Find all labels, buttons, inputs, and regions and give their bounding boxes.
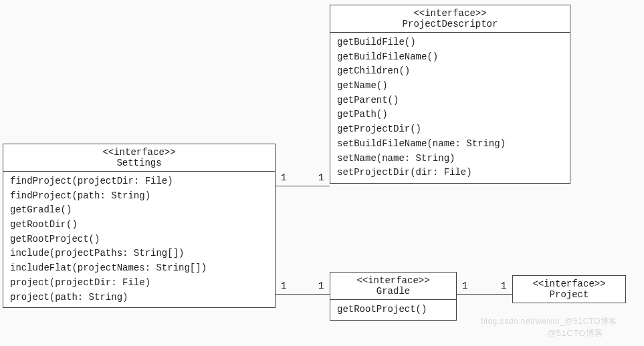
- multiplicity-label: 1: [462, 281, 467, 291]
- class-name-label: Settings: [10, 158, 268, 168]
- class-pd-title: <<interface>> ProjectDescriptor: [330, 5, 570, 33]
- stereotype-label: <<interface>>: [337, 275, 449, 286]
- method-item: getRootDir(): [10, 218, 268, 232]
- method-item: setBuildFileName(name: String): [337, 137, 563, 152]
- watermark-text: blog.csdn.net/weixin_@51CTO博客: [481, 316, 617, 327]
- method-item: getParent(): [337, 94, 563, 108]
- class-name-label: Gradle: [337, 286, 449, 297]
- class-name-label: Project: [520, 289, 619, 300]
- multiplicity-label: 1: [281, 172, 286, 183]
- assoc-settings-pd: [276, 186, 330, 186]
- class-gradle-title: <<interface>> Gradle: [330, 273, 456, 300]
- method-item: getProjectDir(): [337, 122, 563, 137]
- multiplicity-label: 1: [318, 281, 324, 291]
- class-project-title: <<interface>> Project: [513, 276, 625, 303]
- class-gradle-body: getRootProject(): [330, 300, 456, 320]
- method-item: include(projectPaths: String[]): [10, 246, 268, 261]
- method-item: getBuildFileName(): [337, 50, 563, 65]
- method-item: includeFlat(projectNames: String[]): [10, 261, 268, 276]
- class-settings-title: <<interface>> Settings: [3, 144, 275, 172]
- method-item: getPath(): [337, 108, 563, 122]
- multiplicity-label: 1: [281, 281, 286, 291]
- method-item: project(path: String): [10, 291, 268, 305]
- multiplicity-label: 1: [318, 172, 324, 183]
- method-item: setProjectDir(dir: File): [337, 166, 563, 180]
- stereotype-label: <<interface>>: [520, 279, 619, 289]
- assoc-settings-gradle: [276, 294, 330, 295]
- class-name-label: ProjectDescriptor: [337, 19, 563, 29]
- watermark-text: @51CTO博客: [547, 327, 604, 339]
- stereotype-label: <<interface>>: [337, 8, 563, 19]
- class-gradle: <<interface>> Gradle getRootProject(): [330, 272, 457, 321]
- method-item: setName(name: String): [337, 152, 563, 166]
- stereotype-label: <<interface>>: [10, 147, 268, 158]
- assoc-gradle-project: [457, 294, 512, 295]
- method-item: getName(): [337, 79, 563, 94]
- method-item: getBuildFile(): [337, 35, 563, 50]
- method-item: findProject(path: String): [10, 189, 268, 204]
- method-item: getGradle(): [10, 203, 268, 218]
- method-item: project(projectDir: File): [10, 276, 268, 291]
- class-project-descriptor: <<interface>> ProjectDescriptor getBuild…: [330, 5, 570, 184]
- class-pd-body: getBuildFile() getBuildFileName() getChi…: [330, 33, 570, 183]
- method-item: getChildren(): [337, 64, 563, 79]
- method-item: getRootProject(): [337, 303, 449, 317]
- class-project: <<interface>> Project: [512, 275, 626, 303]
- class-settings-body: findProject(projectDir: File) findProjec…: [3, 172, 275, 307]
- class-settings: <<interface>> Settings findProject(proje…: [3, 144, 276, 308]
- method-item: getRootProject(): [10, 232, 268, 247]
- multiplicity-label: 1: [501, 281, 506, 291]
- method-item: findProject(projectDir: File): [10, 174, 268, 189]
